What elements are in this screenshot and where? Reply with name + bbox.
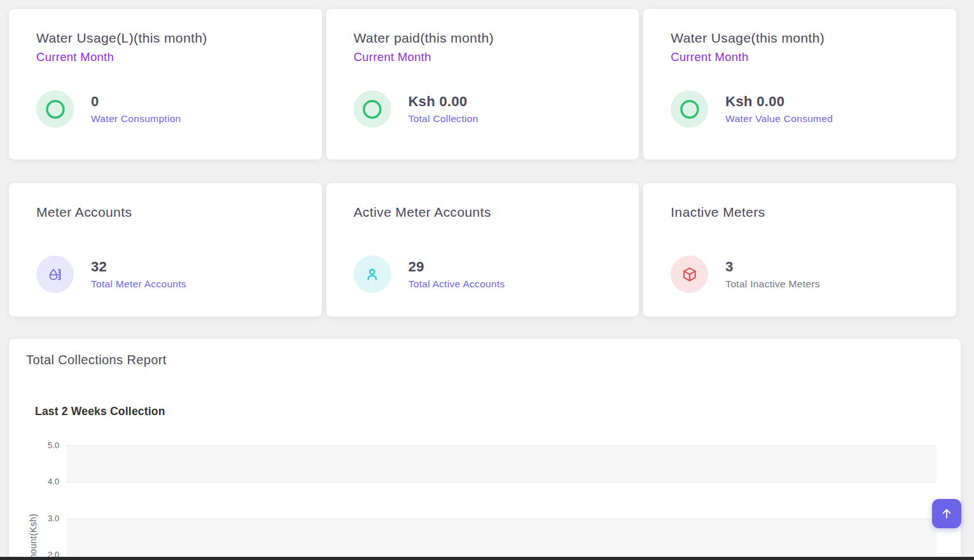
- stat-line: 3 Total Inactive Meters: [671, 256, 929, 293]
- chart-gridline: [67, 446, 936, 446]
- card-title: Meter Accounts: [36, 205, 295, 220]
- stat-label: Total Collection: [408, 113, 478, 125]
- stat-value: 32: [91, 259, 186, 275]
- y-axis-tick: 4.0: [30, 477, 59, 486]
- y-axis-title: Amount(Ksh): [28, 505, 38, 560]
- chart-gridline: [67, 482, 936, 482]
- card-subtitle: Current Month: [671, 50, 929, 64]
- ring-icon: [36, 90, 74, 128]
- collections-report-card: Total Collections Report Last 2 Weeks Co…: [9, 339, 961, 560]
- chart-gridline: [67, 555, 936, 556]
- stat-card-water-paid: Water paid(this month) Current Month Ksh…: [326, 9, 639, 160]
- card-subtitle: Current Month: [36, 50, 295, 64]
- stat-line: 32 Total Meter Accounts: [36, 256, 295, 293]
- arrow-up-icon: [940, 507, 954, 521]
- stat-card-active-meter-accounts: Active Meter Accounts 29 Total Active Ac…: [326, 183, 639, 317]
- bottom-edge-bar: [0, 557, 974, 560]
- stat-card-meter-accounts: Meter Accounts 32 Total Meter Accounts: [9, 183, 322, 317]
- person-icon: [354, 256, 391, 293]
- stat-line: Ksh 0.00 Water Value Consumed: [671, 90, 929, 128]
- stat-card-inactive-meters: Inactive Meters 3 Total Inactive Meters: [643, 183, 956, 317]
- stat-label: Total Meter Accounts: [91, 278, 186, 290]
- stat-label: Water Value Consumed: [725, 113, 833, 125]
- water-meter-icon: [36, 256, 74, 293]
- stat-line: Ksh 0.00 Total Collection: [354, 90, 612, 128]
- stat-card-water-usage-value: Water Usage(this month) Current Month Ks…: [643, 9, 956, 160]
- stats-row-1: Water Usage(L)(this month) Current Month…: [9, 9, 956, 160]
- chart-gridline: [67, 519, 936, 519]
- chart-title: Last 2 Weeks Collection: [35, 405, 165, 418]
- card-title: Inactive Meters: [671, 205, 929, 220]
- card-title: Active Meter Accounts: [354, 205, 612, 220]
- stat-label: Total Active Accounts: [408, 278, 505, 290]
- report-title: Total Collections Report: [26, 353, 167, 367]
- chart-plot-band: [67, 519, 936, 555]
- stat-value: Ksh 0.00: [408, 93, 478, 110]
- stat-line: 0 Water Consumption: [36, 90, 295, 128]
- stat-label: Total Inactive Meters: [725, 278, 819, 290]
- card-subtitle: Current Month: [354, 50, 612, 64]
- stat-value: Ksh 0.00: [725, 93, 833, 110]
- stats-row-2: Meter Accounts 32 Total Meter Accounts A…: [9, 183, 956, 317]
- card-title: Water Usage(L)(this month): [36, 31, 295, 46]
- stat-value: 0: [91, 93, 181, 110]
- stat-card-water-usage-liters: Water Usage(L)(this month) Current Month…: [9, 9, 322, 160]
- ring-icon: [354, 90, 391, 128]
- ring-icon: [671, 90, 708, 128]
- stat-label: Water Consumption: [91, 113, 181, 125]
- stat-value: 29: [408, 259, 505, 275]
- cube-icon: [671, 256, 708, 293]
- y-axis-tick: 5.0: [30, 440, 59, 450]
- card-title: Water Usage(this month): [671, 31, 929, 46]
- dashboard-page: { "page": { "background": "#f0f0f1" }, "…: [0, 0, 974, 560]
- scroll-to-top-button[interactable]: [932, 499, 961, 528]
- stat-line: 29 Total Active Accounts: [354, 256, 612, 293]
- card-title: Water paid(this month): [354, 31, 612, 46]
- stat-value: 3: [725, 259, 819, 275]
- chart-plot-band: [67, 446, 936, 482]
